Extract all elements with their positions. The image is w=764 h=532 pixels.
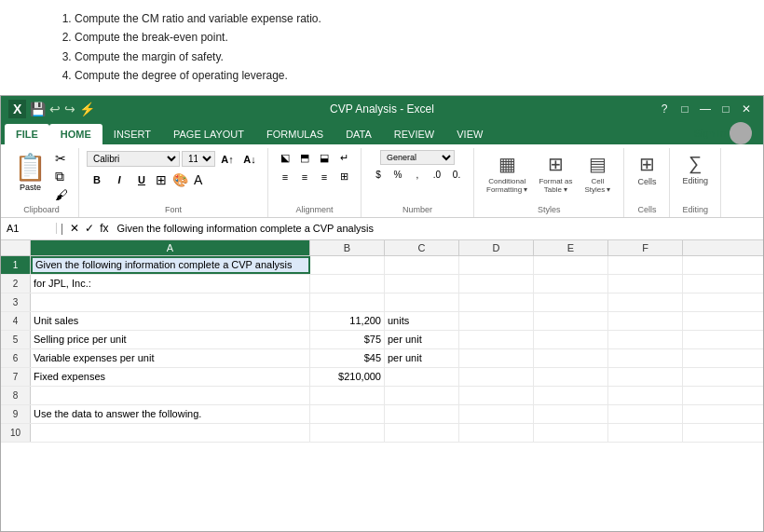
cell-styles-button[interactable]: ▤ CellStyles ▾	[579, 150, 616, 198]
fill-color-button[interactable]: 🎨	[171, 171, 190, 188]
cell-a2[interactable]: for JPL, Inc.:	[31, 275, 310, 293]
cells-button[interactable]: ⊞ Cells	[632, 150, 662, 189]
cell-a9[interactable]: Use the data to answer the following.	[31, 405, 310, 423]
redo-icon[interactable]: ↪	[64, 102, 75, 116]
format-as-table-button[interactable]: ⊞ Format asTable ▾	[534, 150, 577, 198]
align-center-button[interactable]: ≡	[295, 169, 314, 185]
cell-f4[interactable]	[608, 312, 683, 330]
cell-a3[interactable]	[31, 293, 310, 311]
save-icon[interactable]: 💾	[30, 102, 46, 116]
percent-button[interactable]: %	[389, 167, 407, 184]
align-left-button[interactable]: ≡	[276, 169, 294, 185]
cell-c10[interactable]	[385, 424, 459, 442]
cell-d4[interactable]	[459, 312, 534, 330]
increase-decimal-button[interactable]: .0	[428, 167, 446, 184]
font-size-select[interactable]: 11	[182, 151, 215, 167]
align-right-button[interactable]: ≡	[315, 169, 334, 185]
conditional-formatting-button[interactable]: ▦ ConditionalFormatting ▾	[482, 150, 532, 198]
merge-center-button[interactable]: ⊞	[334, 169, 353, 185]
cell-b8[interactable]	[310, 387, 385, 404]
cell-a8[interactable]	[31, 387, 310, 404]
font-color-button[interactable]: A	[192, 171, 204, 188]
cell-d7[interactable]	[459, 368, 534, 386]
cell-c8[interactable]	[385, 387, 459, 404]
border-button[interactable]: ⊞	[154, 171, 169, 188]
cell-b7[interactable]: $210,000	[310, 368, 385, 386]
col-header-d[interactable]: D	[459, 240, 534, 255]
cell-f6[interactable]	[608, 349, 683, 367]
tab-review[interactable]: REVIEW	[383, 124, 445, 144]
help-button[interactable]: ?	[655, 100, 674, 118]
tab-data[interactable]: DATA	[334, 124, 383, 144]
minimize-button[interactable]: —	[696, 100, 715, 118]
cell-c2[interactable]	[385, 275, 459, 293]
number-format-select[interactable]: General	[380, 150, 455, 165]
cell-c5[interactable]: per unit	[385, 331, 459, 348]
formula-confirm-button[interactable]: ✓	[82, 221, 97, 236]
cell-e5[interactable]	[534, 331, 608, 348]
cell-c9[interactable]	[385, 405, 459, 423]
cell-c1[interactable]	[385, 256, 459, 274]
cell-b4[interactable]: 11,200	[310, 312, 385, 330]
tab-insert[interactable]: INSERT	[102, 124, 162, 144]
cell-b6[interactable]: $45	[310, 349, 385, 367]
cell-f1[interactable]	[608, 256, 683, 274]
cell-d5[interactable]	[459, 331, 534, 348]
format-painter-button[interactable]: 🖌	[52, 186, 71, 203]
cell-e2[interactable]	[534, 275, 608, 293]
cell-c6[interactable]: per unit	[385, 349, 459, 367]
tab-home[interactable]: HOME	[49, 124, 102, 144]
cell-b10[interactable]	[310, 424, 385, 442]
bold-button[interactable]: B	[87, 171, 107, 189]
cell-a4[interactable]: Unit sales	[31, 312, 310, 330]
cell-f5[interactable]	[608, 331, 683, 348]
cell-a7[interactable]: Fixed expenses	[31, 368, 310, 386]
cell-b5[interactable]: $75	[310, 331, 385, 348]
align-top-center-button[interactable]: ⬒	[295, 150, 314, 167]
cell-d8[interactable]	[459, 387, 534, 404]
col-header-f[interactable]: F	[608, 240, 683, 255]
col-header-e[interactable]: E	[534, 240, 608, 255]
cell-b2[interactable]	[310, 275, 385, 293]
cell-f3[interactable]	[608, 293, 683, 311]
cell-b9[interactable]	[310, 405, 385, 423]
cell-d3[interactable]	[459, 293, 534, 311]
undo-icon[interactable]: ↩	[49, 102, 61, 116]
cell-e9[interactable]	[534, 405, 608, 423]
cell-d6[interactable]	[459, 349, 534, 367]
comma-format-button[interactable]: ,	[408, 167, 427, 184]
cell-d10[interactable]	[459, 424, 534, 442]
col-header-c[interactable]: C	[385, 240, 459, 255]
tab-formulas[interactable]: FORMULAS	[255, 124, 334, 144]
cell-a6[interactable]: Variable expenses per unit	[31, 349, 310, 367]
cell-f9[interactable]	[608, 405, 683, 423]
tab-view[interactable]: VIEW	[445, 124, 494, 144]
cell-d9[interactable]	[459, 405, 534, 423]
cell-a5[interactable]: Selling price per unit	[31, 331, 310, 348]
align-top-right-button[interactable]: ⬓	[315, 150, 334, 167]
underline-button[interactable]: U	[131, 171, 152, 189]
sign-in-area[interactable]: Sign In	[694, 122, 759, 144]
cell-e8[interactable]	[534, 387, 608, 404]
col-header-a[interactable]: A	[31, 240, 310, 255]
cell-f10[interactable]	[608, 424, 683, 442]
cell-b3[interactable]	[310, 293, 385, 311]
tab-file[interactable]: FILE	[5, 124, 49, 144]
cell-reference-box[interactable]: A1	[1, 223, 57, 234]
cut-button[interactable]: ✂	[52, 150, 71, 167]
maximize-button[interactable]: □	[716, 100, 735, 118]
copy-button[interactable]: ⧉	[52, 168, 71, 185]
editing-button[interactable]: ∑ Editing	[677, 150, 713, 188]
cell-b1[interactable]	[310, 256, 385, 274]
font-family-select[interactable]: Calibri	[87, 151, 180, 167]
col-header-b[interactable]: B	[310, 240, 385, 255]
decrease-decimal-button[interactable]: 0.	[447, 167, 466, 184]
cell-d2[interactable]	[459, 275, 534, 293]
cell-c3[interactable]	[385, 293, 459, 311]
tab-page-layout[interactable]: PAGE LAYOUT	[162, 124, 255, 144]
customize-icon[interactable]: ⚡	[79, 102, 95, 116]
align-top-left-button[interactable]: ⬕	[276, 150, 294, 167]
cell-e7[interactable]	[534, 368, 608, 386]
cell-a1[interactable]: Given the following information complete…	[31, 256, 310, 274]
cell-c4[interactable]: units	[385, 312, 459, 330]
